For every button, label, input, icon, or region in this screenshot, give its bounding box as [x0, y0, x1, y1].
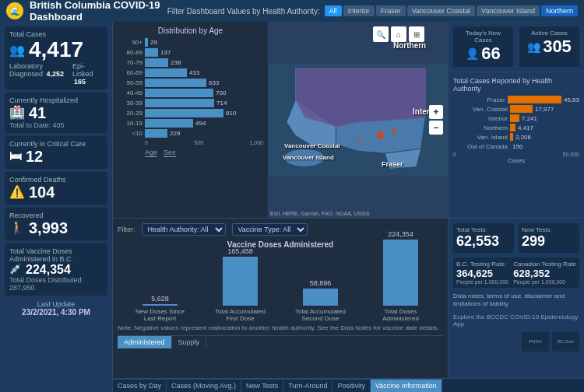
age-bar: [145, 58, 168, 67]
hospital-icon: 🏥: [9, 106, 25, 120]
age-bar-row: <10 229: [118, 129, 263, 138]
disclaimer-text: Data notes, terms of use, disclaimer and…: [453, 292, 579, 309]
active-cases-card: Active Cases 👥 305: [519, 26, 579, 67]
bottom-right-panel: Total Tests 62,553 New Tests 299 B.C. Te…: [448, 219, 584, 378]
nav-tab-new-tests[interactable]: New Tests: [241, 379, 283, 392]
age-bar: [145, 129, 167, 138]
today-new-cases-value: 66: [481, 44, 500, 64]
new-tests-value: 299: [522, 233, 576, 250]
map-home-btn[interactable]: ⌂: [391, 26, 406, 42]
critical-care-card: Currently in Critical Care 🛏 12: [5, 136, 107, 169]
age-bar: [145, 119, 193, 128]
filter-interior[interactable]: Interior: [343, 5, 375, 16]
vaccine-bar: [383, 240, 418, 306]
nav-tab-turnaround[interactable]: Turn-Around: [283, 379, 332, 392]
map-search-btn[interactable]: 🔍: [373, 26, 389, 42]
age-bar-label: 30-39: [118, 100, 142, 107]
filter-label: Filter Dashboard Values by Health Author…: [167, 7, 320, 16]
map-label-van-coastal: Vancouver Coastal: [284, 142, 340, 149]
last-update-value: 23/2/2021, 4:30 PM: [5, 308, 107, 317]
filter-fraser[interactable]: Fraser: [376, 5, 406, 16]
vaccine-bar-label: Total Doses Administered: [374, 308, 428, 322]
age-chart-title: Distribution by Age: [118, 26, 263, 35]
ha-bar-row: Out of Canada 150: [453, 142, 579, 150]
ha-bar-label: Van. Island: [453, 134, 508, 141]
filter-all[interactable]: All: [325, 5, 342, 16]
total-cases-card: Total Cases 👥 4,417 Laboratory Diagnosed…: [5, 26, 107, 89]
map-zoom-controls: + −: [429, 105, 443, 135]
ha-cases-label: Cases: [453, 157, 579, 164]
critical-icon: 🛏: [9, 149, 22, 163]
vaccine-area: Filter: Health Authority: All Vaccine Ty…: [113, 219, 448, 378]
filter-ha-select[interactable]: Health Authority: All: [142, 223, 226, 236]
age-bar-label: <10: [118, 130, 142, 137]
age-bar-row: 20-29 810: [118, 109, 263, 117]
nav-tab-cases-day[interactable]: Cases by Day: [113, 379, 167, 392]
vaccine-bar-label: Total Accumulated Second Dose: [294, 308, 348, 322]
age-bar-label: 80-89: [118, 49, 142, 56]
ha-bar: [510, 133, 513, 141]
age-bar-value: 433: [189, 69, 199, 76]
ha-bar-row: Interior 7,241: [453, 114, 579, 122]
age-tab-age[interactable]: Age: [145, 149, 157, 157]
total-distributed: Total Doses Distributed: 287,950: [9, 276, 103, 292]
bc-rate-label: B.C. Testing Rate: [456, 261, 508, 268]
vaccine-bar-value: 5,628: [151, 295, 169, 303]
age-bar-row: 70-79 238: [118, 58, 263, 67]
explore-link[interactable]: Explore the BCCDC COVID-19 Epidemiology …: [453, 313, 579, 327]
total-tests-value: 62,553: [456, 233, 511, 250]
ha-chart-title: Total Cases Reported by Health Authority: [453, 77, 579, 93]
new-tests-label: New Tests: [522, 226, 576, 233]
map-layers-btn[interactable]: ⊞: [409, 26, 424, 42]
epi-linked: Epi-Linked 165: [72, 62, 103, 86]
new-tests-card: New Tests 299: [519, 223, 579, 253]
deaths-label: Confirmed Deaths: [9, 176, 103, 184]
header-title: British Columbia COVID-19 Dashboard: [30, 0, 167, 23]
vaccine-label: Total Vaccine Doses Administered in B.C.: [9, 247, 103, 263]
vaccine-note: Note: Negative values represent realloca…: [118, 324, 443, 332]
vaccine-tab-administered[interactable]: Administered: [118, 336, 172, 348]
testing-rate-card: B.C. Testing Rate 364,625 People per 1,0…: [453, 257, 579, 288]
nav-tab-cases-avg[interactable]: Cases (Moving Avg.): [167, 379, 241, 392]
deaths-card: Confirmed Deaths ⚠️ 104: [5, 172, 107, 205]
map-zoom-in[interactable]: +: [429, 105, 443, 119]
map-area: Northern Interior Vancouver Coastal Vanc…: [269, 22, 448, 218]
age-bar: [145, 89, 213, 97]
vaccine-tab-supply[interactable]: Supply: [172, 336, 207, 348]
age-bar-row: 10-19 494: [118, 119, 263, 128]
filter-vancouver-island[interactable]: Vancouver Island: [477, 5, 540, 16]
today-new-cases-card: Today's New Cases 👤 66: [453, 26, 513, 67]
vaccine-bar: [303, 289, 338, 306]
filter-vancouver-coastal[interactable]: Vancouver Coastal: [407, 5, 475, 16]
svg-point-7: [377, 132, 384, 139]
nav-tab-positivity[interactable]: Positivity: [332, 379, 371, 392]
vaccine-bar-label: New Doses Since Last Report: [133, 308, 188, 322]
bc-rate-value: 364,625: [456, 268, 508, 279]
ha-bar-value: 45,83: [564, 96, 579, 103]
ha-bar-label: Interior: [453, 115, 508, 122]
vaccine-icon: 💉: [9, 264, 22, 275]
age-bar-value: 633: [209, 79, 219, 86]
age-bar-label: 40-49: [118, 89, 142, 96]
age-bar-label: 20-29: [118, 110, 142, 117]
bottom-nav: Cases by Day Cases (Moving Avg.) New Tes…: [113, 378, 584, 392]
age-bar-label: 10-19: [118, 120, 142, 127]
header: 🌊 British Columbia COVID-19 Dashboard Fi…: [0, 0, 584, 22]
hospitalized-label: Currently Hospitalized: [9, 96, 103, 104]
filter-northern[interactable]: Northern: [541, 5, 578, 16]
total-cases-value: 4,417: [29, 38, 83, 62]
nav-tab-vaccine[interactable]: Vaccine Information: [371, 379, 442, 392]
recovered-label: Recovered: [9, 212, 103, 219]
vaccine-bar-group: 58,896 Total Accumulated Second Dose: [282, 279, 359, 322]
ha-bar-value: 7,241: [522, 115, 537, 122]
map-label-van-island: Vancouver Island: [283, 154, 334, 161]
age-bar-label: 70-79: [118, 59, 142, 66]
map-zoom-out[interactable]: −: [429, 121, 443, 135]
filter-type-select[interactable]: Vaccine Type: All: [232, 223, 308, 236]
map-label-northern: Northern: [393, 41, 426, 50]
canadian-rate-sub: People per 1,000,000: [513, 279, 576, 285]
age-bar-label: 90+: [118, 39, 142, 46]
canadian-rate: Canadian Testing Rate 628,352 People per…: [513, 261, 576, 285]
vaccine-value: 224,354: [26, 263, 71, 277]
age-tab-sex[interactable]: Sex: [164, 149, 176, 157]
